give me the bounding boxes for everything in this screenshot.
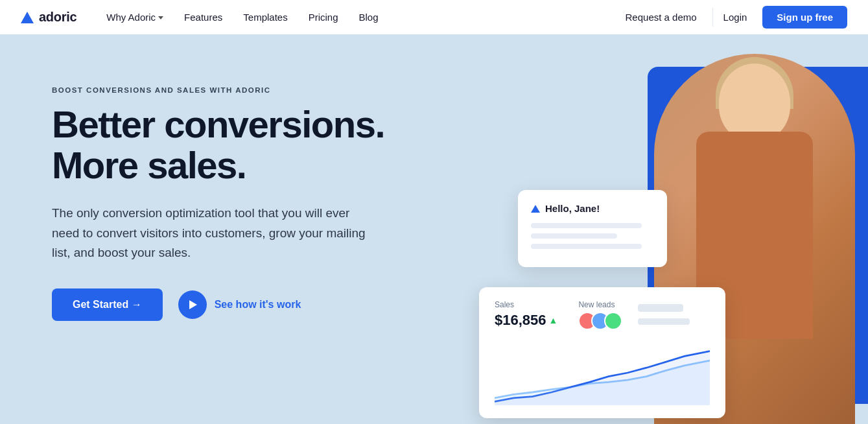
hello-card: Hello, Jane! bbox=[518, 190, 667, 267]
logo-text: adoric bbox=[39, 10, 76, 25]
see-how-link[interactable]: See how it's work bbox=[178, 290, 301, 319]
play-button-icon bbox=[178, 290, 207, 319]
hero-section: Boost conversions and sales with Adoric … bbox=[0, 34, 868, 424]
hello-card-line-2 bbox=[531, 233, 617, 239]
sales-label: Sales bbox=[495, 300, 557, 309]
get-started-button[interactable]: Get Started → bbox=[52, 289, 163, 321]
nav-pricing[interactable]: Pricing bbox=[299, 8, 347, 27]
login-link[interactable]: Login bbox=[712, 8, 758, 27]
leads-avatars bbox=[578, 312, 617, 330]
chart-area bbox=[495, 340, 710, 405]
hello-card-title: Hello, Jane! bbox=[545, 203, 600, 214]
hero-content: Boost conversions and sales with Adoric … bbox=[52, 73, 384, 321]
signup-button[interactable]: Sign up free bbox=[762, 6, 847, 29]
hello-card-line-1 bbox=[531, 223, 642, 228]
leads-metric: New leads bbox=[578, 300, 617, 330]
nav-links: Why Adoric Features Templates Pricing Bl… bbox=[97, 8, 615, 27]
woman-face bbox=[719, 64, 790, 141]
chart-svg bbox=[495, 340, 710, 405]
nav-blog[interactable]: Blog bbox=[350, 8, 388, 27]
metric-placeholder-bar-2 bbox=[638, 318, 690, 325]
leads-label: New leads bbox=[578, 300, 617, 309]
hello-card-line-3 bbox=[531, 244, 642, 249]
sales-up-arrow-icon: ▲ bbox=[549, 315, 558, 325]
hero-visuals: Hello, Jane! Sales $16,856 ▲ New leads bbox=[414, 34, 868, 424]
dashboard-card: Sales $16,856 ▲ New leads bbox=[479, 287, 725, 418]
nav-features[interactable]: Features bbox=[175, 8, 231, 27]
nav-why-adoric[interactable]: Why Adoric bbox=[97, 8, 172, 27]
sales-metric: Sales $16,856 ▲ bbox=[495, 300, 557, 329]
logo[interactable]: adoric bbox=[21, 10, 76, 25]
chevron-down-icon bbox=[158, 16, 163, 19]
hero-heading-line2: More sales. bbox=[52, 144, 246, 186]
logo-icon bbox=[21, 12, 34, 23]
see-how-label: See how it's work bbox=[215, 299, 301, 311]
sales-value: $16,856 ▲ bbox=[495, 312, 557, 329]
dashboard-metrics: Sales $16,856 ▲ New leads bbox=[495, 300, 710, 330]
hero-buttons: Get Started → See how it's work bbox=[52, 289, 384, 321]
avatar-3 bbox=[604, 312, 622, 330]
nav-right: Request a demo Login Sign up free bbox=[615, 6, 847, 29]
hero-heading-line1: Better conversions. bbox=[52, 103, 384, 145]
request-demo-link[interactable]: Request a demo bbox=[615, 8, 707, 27]
adoric-logo-small-icon bbox=[531, 205, 540, 213]
metric-placeholder-bar-1 bbox=[638, 304, 683, 312]
hero-eyebrow: Boost conversions and sales with Adoric bbox=[52, 86, 384, 94]
hero-heading: Better conversions. More sales. bbox=[52, 104, 384, 185]
navigation: adoric Why Adoric Features Templates Pri… bbox=[0, 0, 868, 34]
hello-card-header: Hello, Jane! bbox=[531, 203, 654, 214]
play-triangle-icon bbox=[189, 300, 197, 309]
hero-subtext: The only conversion optimization tool th… bbox=[52, 204, 376, 263]
nav-templates[interactable]: Templates bbox=[234, 8, 296, 27]
extra-metric bbox=[638, 300, 690, 325]
